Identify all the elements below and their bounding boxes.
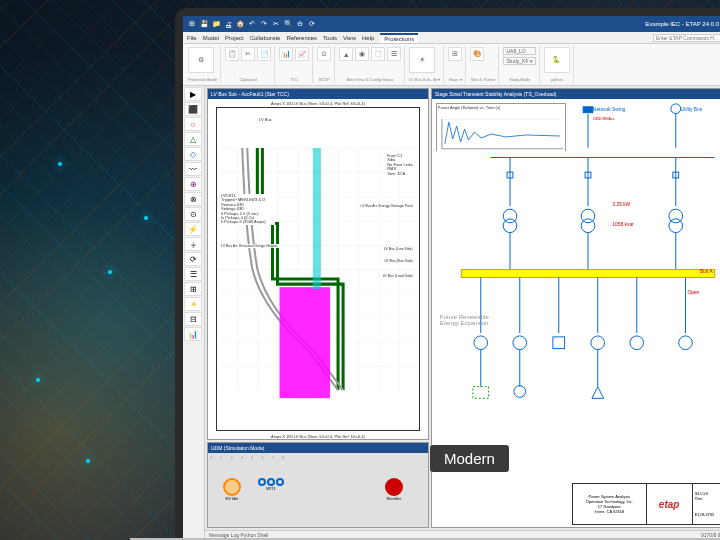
svg-point-41 bbox=[514, 386, 526, 398]
ribbon: ⚙ Protection Mode 📋 ✂ 📄 Clipboard 📊 📈 TC… bbox=[183, 44, 720, 86]
svg-text:3.25 kW: 3.25 kW bbox=[612, 202, 630, 207]
menu-view[interactable]: View bbox=[343, 35, 356, 41]
alert-button[interactable]: ▲ bbox=[339, 47, 353, 61]
sim-ruler: 12345678 bbox=[210, 455, 426, 463]
sim-wt[interactable]: W/T1 bbox=[258, 478, 284, 491]
print-icon[interactable]: 🖨 bbox=[223, 19, 233, 29]
theme-button[interactable]: 🎨 bbox=[470, 47, 484, 61]
svg-text:Utility Bus: Utility Bus bbox=[680, 107, 702, 112]
menu-model[interactable]: Model bbox=[203, 35, 219, 41]
bus-tool[interactable]: ⬛ bbox=[184, 102, 202, 116]
tcc-header[interactable]: LV Bus Sub - AccFault1 (Star TCC) bbox=[208, 89, 428, 99]
svg-text:Open: Open bbox=[687, 290, 699, 295]
redo-icon[interactable]: ↷ bbox=[259, 19, 269, 29]
ribbon-group-base: ⊞ Base ▾ bbox=[445, 46, 466, 83]
tb-company: Power System Analysis Operation Technolo… bbox=[573, 484, 647, 524]
menu-project[interactable]: Project bbox=[225, 35, 244, 41]
home-icon[interactable]: 🏠 bbox=[235, 19, 245, 29]
tool-palette: ▶ ⬛ ○ △ ◇ 〰 ⊕ ⊗ ⊙ ⚡ ⏚ ⟳ ☰ ⊞ ☀ ⊟ 📊 bbox=[183, 86, 205, 540]
svg-point-36 bbox=[678, 336, 692, 350]
annot-fuse: Fuse C1 Siba No Fuse Links RMS Size: 32 … bbox=[386, 154, 414, 176]
pv-tool[interactable]: ☀ bbox=[184, 297, 202, 311]
ground-tool[interactable]: ⏚ bbox=[184, 237, 202, 251]
sim-ev[interactable]: EV Idle bbox=[223, 478, 241, 501]
menu-file[interactable]: File bbox=[187, 35, 197, 41]
tcc-button[interactable]: 📊 bbox=[279, 47, 293, 61]
sim-panel: UDM (Simulation Mode) 12345678 EV Idle W… bbox=[207, 442, 429, 528]
title-block: Power System Analysis Operation Technolo… bbox=[572, 483, 720, 525]
left-column: LV Bus Sub - AccFault1 (Star TCC) Amps X… bbox=[207, 88, 429, 528]
pointer-tool[interactable]: ▶ bbox=[184, 87, 202, 101]
ribbon-label: SCOP bbox=[317, 77, 331, 82]
paste-button[interactable]: 📋 bbox=[225, 47, 239, 61]
ribbon-label: Alert View & Config Status bbox=[339, 77, 401, 82]
panel-tool[interactable]: ☰ bbox=[184, 267, 202, 281]
command-search[interactable] bbox=[653, 34, 720, 42]
refresh-icon[interactable]: ⟳ bbox=[307, 19, 317, 29]
tcc-panel: LV Bus Sub - AccFault1 (Star TCC) Amps X… bbox=[207, 88, 429, 440]
tcc2-button[interactable]: 📈 bbox=[295, 47, 309, 61]
protection-mode-button[interactable]: ⚙ bbox=[188, 47, 214, 73]
python-button[interactable]: 🐍 bbox=[544, 47, 570, 73]
annot-load: LV Bus (Load Side) bbox=[382, 274, 414, 278]
svg-rect-40 bbox=[473, 387, 489, 399]
zoom-in-icon[interactable]: 🔍 bbox=[283, 19, 293, 29]
menu-help[interactable]: Help bbox=[362, 35, 374, 41]
ct-tool[interactable]: ⟳ bbox=[184, 252, 202, 266]
study-select2[interactable]: Study_KF ▾ bbox=[503, 57, 535, 65]
load-tool[interactable]: △ bbox=[184, 132, 202, 146]
undo-icon[interactable]: ↶ bbox=[247, 19, 257, 29]
grid-tool[interactable]: ⊞ bbox=[184, 282, 202, 296]
ribbon-label: Clipboard bbox=[225, 77, 271, 82]
svg-rect-5 bbox=[583, 107, 593, 113]
svg-point-34 bbox=[591, 336, 605, 350]
zoom-out-icon[interactable]: ⊖ bbox=[295, 19, 305, 29]
cut-button[interactable]: ✂ bbox=[241, 47, 255, 61]
sim-header[interactable]: UDM (Simulation Mode) bbox=[208, 443, 428, 453]
menu-protections[interactable]: Protections bbox=[380, 33, 418, 43]
scop-button[interactable]: ⊙ bbox=[317, 47, 331, 61]
chart-tool[interactable]: 📊 bbox=[184, 327, 202, 341]
menu-references[interactable]: References bbox=[286, 35, 317, 41]
motor-tool[interactable]: ⊕ bbox=[184, 177, 202, 191]
cut-icon[interactable]: ✂ bbox=[271, 19, 281, 29]
ribbon-group-alert: ▲ ◉ ⬚ ☰ Alert View & Config Status bbox=[336, 46, 405, 83]
annot-lvbus: LV Bus bbox=[258, 117, 273, 122]
svg-point-32 bbox=[513, 336, 527, 350]
base-select[interactable]: ⊞ bbox=[448, 47, 462, 61]
study-select[interactable]: UA8_LO bbox=[503, 47, 535, 55]
fuse-tool[interactable]: ⊙ bbox=[184, 207, 202, 221]
menu-tools[interactable]: Tools bbox=[323, 35, 337, 41]
tcc-body[interactable]: Amps X 100 LV Bus (Nom. kV=0.4, Plot Ref… bbox=[208, 99, 428, 439]
titlebar: ⊞ 💾 📁 🖨 🏠 ↶ ↷ ✂ 🔍 ⊖ ⟳ Example IEC - ETAP… bbox=[183, 16, 720, 32]
status-button[interactable]: ☰ bbox=[387, 47, 401, 61]
bus-select[interactable]: ☀ bbox=[409, 47, 435, 73]
xfmr-tool[interactable]: ◇ bbox=[184, 147, 202, 161]
svg-rect-2 bbox=[313, 148, 321, 289]
config-button[interactable]: ⬚ bbox=[371, 47, 385, 61]
future-label: Future Renewable Energy Expansion bbox=[440, 314, 489, 326]
cb-tool[interactable]: ⊗ bbox=[184, 192, 202, 206]
menu-collaborate[interactable]: Collaborate bbox=[250, 35, 281, 41]
view-button[interactable]: ◉ bbox=[355, 47, 369, 61]
ribbon-group-clip: 📋 ✂ 📄 Clipboard bbox=[222, 46, 275, 83]
svg-text:Network Swing: Network Swing bbox=[593, 107, 626, 112]
sim-body[interactable]: 12345678 EV Idle W/T1 Rectifier bbox=[208, 453, 428, 527]
cable-tool[interactable]: 〰 bbox=[184, 162, 202, 176]
oneline-svg: Network Swing 1000 MVAsc Utility Bus 3.2… bbox=[432, 99, 720, 470]
tcc-x-axis-bot: Amps X 100 LV Bus (Nom. kV=0.4, Plot Ref… bbox=[271, 434, 365, 439]
ribbon-group-study: UA8_LO Study_KF ▾ Study Mode bbox=[500, 46, 539, 83]
relay-tool[interactable]: ⚡ bbox=[184, 222, 202, 236]
svg-text:1000 MVAsc: 1000 MVAsc bbox=[593, 116, 615, 121]
open-icon[interactable]: 📁 bbox=[211, 19, 221, 29]
tcc-x-axis-top: Amps X 100 LV Bus (Nom. kV=0.4, Plot Ref… bbox=[271, 101, 365, 106]
annot-bus: LV Bus (Bus Side) bbox=[383, 259, 413, 263]
ribbon-group-tcc: 📊 📈 TCC bbox=[276, 46, 313, 83]
sim-rect[interactable]: Rectifier bbox=[385, 478, 403, 501]
copy-button[interactable]: 📄 bbox=[257, 47, 271, 61]
save-icon[interactable]: 💾 bbox=[199, 19, 209, 29]
batt-tool[interactable]: ⊟ bbox=[184, 312, 202, 326]
gen-tool[interactable]: ○ bbox=[184, 117, 202, 131]
annot-lvcb11: LVCB11 Tripped • MERLIN/G & D Sensor= 63… bbox=[220, 194, 275, 225]
oneline-header[interactable]: Stage Sized Transient Stability Analysis… bbox=[432, 89, 720, 99]
